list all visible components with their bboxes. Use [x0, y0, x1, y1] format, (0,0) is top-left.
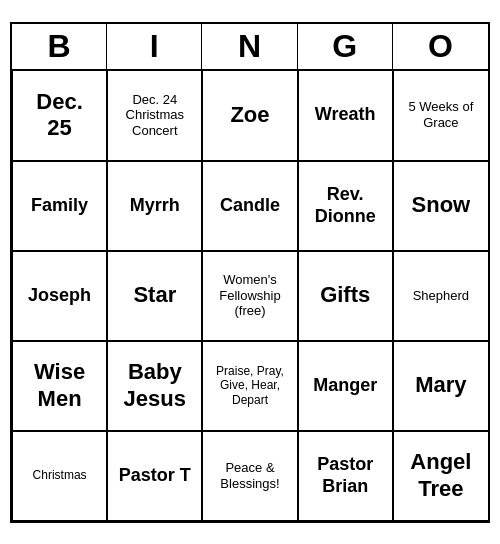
bingo-cell-7: Candle	[202, 161, 297, 251]
bingo-cell-11: Star	[107, 251, 202, 341]
cell-text-6: Myrrh	[130, 195, 180, 217]
cell-text-12: Women's Fellowship (free)	[207, 272, 292, 319]
header-letter-G: G	[298, 24, 393, 69]
cell-text-1: Dec. 24 Christmas Concert	[112, 92, 197, 139]
bingo-cell-20: Christmas	[12, 431, 107, 521]
bingo-cell-14: Shepherd	[393, 251, 488, 341]
bingo-cell-22: Peace & Blessings!	[202, 431, 297, 521]
bingo-cell-12: Women's Fellowship (free)	[202, 251, 297, 341]
cell-text-7: Candle	[220, 195, 280, 217]
cell-text-21: Pastor T	[119, 465, 191, 487]
bingo-cell-19: Mary	[393, 341, 488, 431]
cell-text-24: Angel Tree	[398, 449, 484, 502]
cell-text-0: Dec. 25	[36, 89, 82, 142]
bingo-cell-23: Pastor Brian	[298, 431, 393, 521]
cell-text-3: Wreath	[315, 104, 376, 126]
bingo-cell-0: Dec. 25	[12, 71, 107, 161]
cell-text-14: Shepherd	[413, 288, 469, 304]
header-letter-N: N	[202, 24, 297, 69]
bingo-cell-3: Wreath	[298, 71, 393, 161]
bingo-cell-15: Wise Men	[12, 341, 107, 431]
bingo-header: BINGO	[12, 24, 488, 71]
cell-text-5: Family	[31, 195, 88, 217]
cell-text-18: Manger	[313, 375, 377, 397]
bingo-cell-9: Snow	[393, 161, 488, 251]
cell-text-20: Christmas	[33, 468, 87, 482]
bingo-cell-16: Baby Jesus	[107, 341, 202, 431]
cell-text-23: Pastor Brian	[303, 454, 388, 497]
bingo-cell-4: 5 Weeks of Grace	[393, 71, 488, 161]
bingo-cell-1: Dec. 24 Christmas Concert	[107, 71, 202, 161]
bingo-cell-6: Myrrh	[107, 161, 202, 251]
cell-text-4: 5 Weeks of Grace	[398, 99, 484, 130]
bingo-cell-10: Joseph	[12, 251, 107, 341]
bingo-cell-8: Rev. Dionne	[298, 161, 393, 251]
cell-text-10: Joseph	[28, 285, 91, 307]
cell-text-17: Praise, Pray, Give, Hear, Depart	[207, 364, 292, 407]
bingo-cell-13: Gifts	[298, 251, 393, 341]
bingo-cell-2: Zoe	[202, 71, 297, 161]
bingo-grid: Dec. 25Dec. 24 Christmas ConcertZoeWreat…	[12, 71, 488, 521]
cell-text-2: Zoe	[230, 102, 269, 128]
cell-text-11: Star	[133, 282, 176, 308]
cell-text-16: Baby Jesus	[112, 359, 197, 412]
cell-text-22: Peace & Blessings!	[207, 460, 292, 491]
cell-text-15: Wise Men	[17, 359, 102, 412]
bingo-cell-21: Pastor T	[107, 431, 202, 521]
bingo-cell-24: Angel Tree	[393, 431, 488, 521]
header-letter-I: I	[107, 24, 202, 69]
bingo-cell-17: Praise, Pray, Give, Hear, Depart	[202, 341, 297, 431]
bingo-card: BINGO Dec. 25Dec. 24 Christmas ConcertZo…	[10, 22, 490, 523]
cell-text-13: Gifts	[320, 282, 370, 308]
bingo-cell-5: Family	[12, 161, 107, 251]
cell-text-8: Rev. Dionne	[303, 184, 388, 227]
cell-text-19: Mary	[415, 372, 466, 398]
bingo-cell-18: Manger	[298, 341, 393, 431]
cell-text-9: Snow	[412, 192, 471, 218]
header-letter-O: O	[393, 24, 488, 69]
header-letter-B: B	[12, 24, 107, 69]
